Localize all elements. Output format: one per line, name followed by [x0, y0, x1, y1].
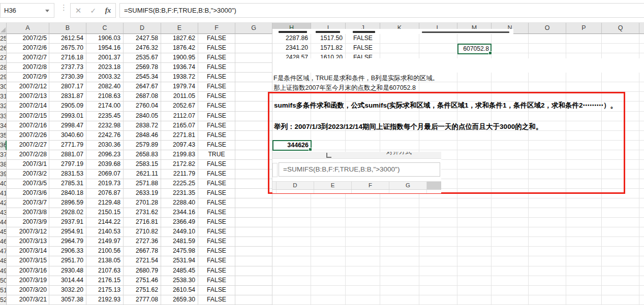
- cell-value-d[interactable]: 2687.08: [124, 92, 161, 101]
- cell-empty-h[interactable]: [272, 237, 311, 247]
- cell-empty-o[interactable]: [529, 256, 566, 266]
- cell-value-c[interactable]: 2107.63: [86, 266, 124, 276]
- cell-empty-l[interactable]: [419, 266, 457, 276]
- cell-empty-g[interactable]: [235, 121, 272, 131]
- row-header[interactable]: 26: [0, 44, 7, 53]
- cell-empty-o[interactable]: [529, 227, 566, 237]
- cell-bool-f[interactable]: FALSE: [198, 101, 235, 111]
- row-header[interactable]: 27: [0, 53, 7, 63]
- cell-value-b[interactable]: 2928.02: [49, 208, 86, 218]
- cell-value-d[interactable]: 2579.89: [124, 141, 161, 150]
- row-header[interactable]: 51: [0, 286, 7, 295]
- cell-empty-o[interactable]: [529, 237, 566, 247]
- cell-empty-g[interactable]: [235, 276, 272, 286]
- cell-value-d[interactable]: 2727.36: [124, 237, 161, 247]
- cell-empty-m[interactable]: [457, 237, 492, 247]
- cell-value-b[interactable]: 2993.01: [49, 112, 86, 121]
- cell-bool-f[interactable]: FALSE: [198, 92, 235, 101]
- cell-empty-n[interactable]: [492, 276, 529, 286]
- row-header[interactable]: 46: [0, 237, 7, 247]
- cell-date[interactable]: 2007/2/14: [7, 101, 49, 111]
- cell-value-b[interactable]: 2954.91: [49, 227, 86, 237]
- cell-date[interactable]: 2007/3/13: [7, 237, 49, 247]
- cell-empty-n[interactable]: [492, 237, 529, 247]
- cell-value-c[interactable]: 2175.13: [86, 286, 124, 295]
- cell-bool-f[interactable]: FALSE: [198, 170, 235, 179]
- cell-empty-l[interactable]: [419, 82, 457, 92]
- row-header[interactable]: 49: [0, 266, 7, 276]
- cell-empty-h[interactable]: [272, 295, 311, 305]
- row-header[interactable]: 33: [0, 112, 7, 121]
- cell-empty-g[interactable]: [235, 101, 272, 111]
- cell-value-d[interactable]: 2680.79: [124, 266, 161, 276]
- cell-empty-n[interactable]: [492, 227, 529, 237]
- cell-value-e[interactable]: 2475.98: [161, 247, 198, 256]
- cell-empty-k[interactable]: [380, 198, 419, 208]
- cell-empty-n[interactable]: [492, 208, 529, 218]
- cell-value-d[interactable]: 2751.62: [124, 286, 161, 295]
- cell-empty-q[interactable]: [602, 227, 639, 237]
- cell-bool-f[interactable]: FALSE: [198, 34, 235, 44]
- cell-date[interactable]: 2007/3/15: [7, 256, 49, 266]
- cell-value-e[interactable]: 1876.42: [161, 44, 198, 53]
- cell-empty-h[interactable]: [272, 286, 311, 295]
- row-header[interactable]: 39: [0, 170, 7, 179]
- cell-value-c[interactable]: 2232.98: [86, 121, 124, 131]
- cell-empty-n[interactable]: [492, 295, 529, 305]
- cell-value-c[interactable]: 2082.40: [86, 82, 124, 92]
- cell-date[interactable]: 2007/2/26: [7, 131, 49, 141]
- cell-empty-g[interactable]: [235, 73, 272, 82]
- cell-value-e[interactable]: 2659.30: [161, 295, 198, 305]
- column-header[interactable]: E: [161, 23, 198, 34]
- cell-value-d[interactable]: 2731.62: [124, 208, 161, 218]
- cell-value-d[interactable]: 2701.28: [124, 198, 161, 208]
- cell-value-e[interactable]: 2481.59: [161, 237, 198, 247]
- cell-empty-g[interactable]: [235, 218, 272, 227]
- cell-empty-o[interactable]: [529, 266, 566, 276]
- cell-value-b[interactable]: 2807.17: [49, 82, 86, 92]
- cell-empty-m[interactable]: [457, 286, 492, 295]
- cell-h-value[interactable]: 2341.20: [272, 44, 311, 53]
- cell-bool-f[interactable]: FALSE: [198, 82, 235, 92]
- cell-empty-p[interactable]: [566, 218, 602, 227]
- cell-empty-o[interactable]: [529, 73, 566, 82]
- cell-value-b[interactable]: 2675.70: [49, 44, 86, 53]
- cell-bool-f[interactable]: FALSE: [198, 198, 235, 208]
- cell-empty-g[interactable]: [235, 160, 272, 170]
- cell-bool-f[interactable]: FALSE: [198, 53, 235, 63]
- cell-empty-h[interactable]: [272, 208, 311, 218]
- cell-empty-k[interactable]: [380, 44, 419, 53]
- cell-empty-g[interactable]: [235, 63, 272, 73]
- row-header[interactable]: 30: [0, 82, 7, 92]
- cell-bool-f[interactable]: FALSE: [198, 208, 235, 218]
- cell-bool-f[interactable]: FALSE: [198, 73, 235, 82]
- cell-empty-n[interactable]: [492, 82, 529, 92]
- cell-empty-m[interactable]: [457, 208, 492, 218]
- cell-date[interactable]: 2007/2/16: [7, 121, 49, 131]
- cell-date[interactable]: 2007/3/8: [7, 208, 49, 218]
- cell-empty-p[interactable]: [566, 266, 602, 276]
- cell-date[interactable]: 2007/2/27: [7, 141, 49, 150]
- cell-value-e[interactable]: 2288.40: [161, 198, 198, 208]
- cell-date[interactable]: 2007/2/5: [7, 34, 49, 44]
- cell-bool-f[interactable]: FALSE: [198, 266, 235, 276]
- cell-value-e[interactable]: 1900.95: [161, 53, 198, 63]
- cell-date[interactable]: 2007/2/6: [7, 44, 49, 53]
- cell-value-e[interactable]: 2172.82: [161, 160, 198, 170]
- cell-empty-g[interactable]: [235, 170, 272, 179]
- cell-empty-k[interactable]: [380, 256, 419, 266]
- cell-empty-k[interactable]: [380, 218, 419, 227]
- cell-empty-l[interactable]: [419, 237, 457, 247]
- cell-empty-h[interactable]: [272, 227, 311, 237]
- cell-empty-j[interactable]: [346, 247, 380, 256]
- row-header[interactable]: 38: [0, 160, 7, 170]
- cell-value-c[interactable]: 2140.53: [86, 227, 124, 237]
- cell-empty-p[interactable]: [566, 256, 602, 266]
- cell-date[interactable]: 2007/2/8: [7, 63, 49, 73]
- cell-empty-j[interactable]: [346, 227, 380, 237]
- cell-i-value[interactable]: 1571.82: [311, 44, 346, 53]
- cell-value-c[interactable]: 2076.87: [86, 189, 124, 198]
- row-header[interactable]: 34: [0, 121, 7, 131]
- cell-empty-g[interactable]: [235, 34, 272, 44]
- cell-empty-j[interactable]: [346, 276, 380, 286]
